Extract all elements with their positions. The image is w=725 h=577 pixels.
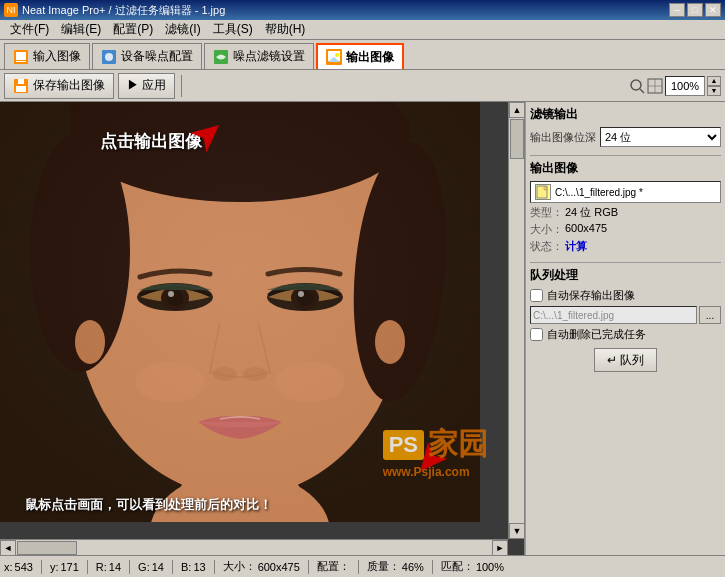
horizontal-scrollbar[interactable]: ◄ ► xyxy=(0,539,508,555)
photo-area[interactable]: 点击输出图像 ➤ 鼠标点击画面，可以看到处理前后的对比！ ➤ PS 家园 www… xyxy=(0,102,508,539)
title-bar: NI Neat Image Pro+ / 过滤任务编辑器 - 1.jpg ─ □… xyxy=(0,0,725,20)
status-r: R: 14 xyxy=(96,561,121,573)
status-config: 配置： xyxy=(317,559,350,574)
status-sep-3 xyxy=(129,560,130,574)
zoom-icon xyxy=(629,78,645,94)
type-value: 24 位 RGB xyxy=(565,205,618,220)
tab-output-image[interactable]: 输出图像 xyxy=(316,43,404,69)
right-panel: 滤镜输出 输出图像位深 24 位 16 位 8 位 输出图像 xyxy=(525,102,725,555)
svg-line-13 xyxy=(640,89,644,93)
scroll-left-button[interactable]: ◄ xyxy=(0,540,16,556)
scroll-thumb-v[interactable] xyxy=(510,119,524,159)
main-area: 点击输出图像 ➤ 鼠标点击画面，可以看到处理前后的对比！ ➤ PS 家园 www… xyxy=(0,102,725,555)
type-row: 类型： 24 位 RGB xyxy=(530,205,721,220)
filter-output-title: 滤镜输出 xyxy=(530,106,721,123)
file-path: C:\...\1_filtered.jpg * xyxy=(555,187,643,198)
size-label: 大小： xyxy=(530,222,565,237)
type-label: 类型： xyxy=(530,205,565,220)
zoom-spinner: ▲ ▼ xyxy=(707,76,721,96)
auto-save-checkbox[interactable] xyxy=(530,289,543,302)
auto-delete-row: 自动删除已完成任务 xyxy=(530,327,721,342)
tab-input-label: 输入图像 xyxy=(33,48,81,65)
menu-filter[interactable]: 滤镜(I) xyxy=(159,20,206,39)
maximize-button[interactable]: □ xyxy=(687,3,703,17)
status-sep-7 xyxy=(358,560,359,574)
scroll-thumb-h[interactable] xyxy=(17,541,77,555)
status-sep-1 xyxy=(41,560,42,574)
status-quality: 质量： 46% xyxy=(367,559,424,574)
auto-delete-label: 自动删除已完成任务 xyxy=(547,327,646,342)
zoom-area: ▲ ▼ xyxy=(629,76,721,96)
vertical-scrollbar[interactable]: ▲ ▼ xyxy=(508,102,524,539)
save-output-button[interactable]: 保存输出图像 xyxy=(4,73,114,99)
status-sep-6 xyxy=(308,560,309,574)
file-icon xyxy=(535,184,551,200)
svg-point-8 xyxy=(335,53,339,57)
section-divider-2 xyxy=(530,262,721,263)
svg-rect-11 xyxy=(18,79,24,84)
tab-input-image[interactable]: 输入图像 xyxy=(4,43,90,69)
output-depth-label: 输出图像位深 xyxy=(530,130,596,145)
zoom-input[interactable] xyxy=(665,76,705,96)
state-row: 状态： 计算 xyxy=(530,239,721,254)
svg-rect-40 xyxy=(0,102,480,522)
tab-device-label: 设备噪点配置 xyxy=(121,48,193,65)
auto-delete-checkbox[interactable] xyxy=(530,328,543,341)
output-file-box[interactable]: C:\...\1_filtered.jpg * xyxy=(530,181,721,203)
section-divider-1 xyxy=(530,155,721,156)
status-size: 大小： 600x475 xyxy=(223,559,300,574)
browse-button[interactable]: ... xyxy=(699,306,721,324)
menu-file[interactable]: 文件(F) xyxy=(4,20,55,39)
state-value: 计算 xyxy=(565,239,587,254)
svg-rect-1 xyxy=(16,52,26,60)
queue-title: 队列处理 xyxy=(530,267,721,284)
status-bar: x: 543 y: 171 R: 14 G: 14 B: 13 大小： 600x… xyxy=(0,555,725,577)
output-depth-select[interactable]: 24 位 16 位 8 位 xyxy=(600,127,721,147)
output-image-section: 输出图像 C:\...\1_filtered.jpg * 类型： 24 位 RG… xyxy=(530,160,721,254)
input-image-icon xyxy=(13,49,29,65)
output-depth-row: 输出图像位深 24 位 16 位 8 位 xyxy=(530,127,721,147)
close-button[interactable]: ✕ xyxy=(705,3,721,17)
noise-filter-icon xyxy=(213,49,229,65)
state-label: 状态： xyxy=(530,239,565,254)
status-match: 匹配： 100% xyxy=(441,559,504,574)
status-sep-2 xyxy=(87,560,88,574)
app-icon: NI xyxy=(4,3,18,17)
svg-point-12 xyxy=(631,80,641,90)
status-sep-5 xyxy=(214,560,215,574)
svg-point-4 xyxy=(105,53,113,61)
tab-device-config[interactable]: 设备噪点配置 xyxy=(92,43,202,69)
action-toolbar: 保存输出图像 ▶ 应用 ▲ ▼ xyxy=(0,70,725,102)
menu-bar: 文件(F) 编辑(E) 配置(P) 滤镜(I) 工具(S) 帮助(H) xyxy=(0,20,725,40)
tab-noise-filter[interactable]: 噪点滤镜设置 xyxy=(204,43,314,69)
save-icon xyxy=(13,78,29,94)
menu-edit[interactable]: 编辑(E) xyxy=(55,20,107,39)
photo-svg xyxy=(0,102,480,522)
canvas-container[interactable]: 点击输出图像 ➤ 鼠标点击画面，可以看到处理前后的对比！ ➤ PS 家园 www… xyxy=(0,102,525,555)
zoom-up-button[interactable]: ▲ xyxy=(707,76,721,86)
queue-path-input[interactable] xyxy=(530,306,697,324)
tab-filter-label: 噪点滤镜设置 xyxy=(233,48,305,65)
window-controls: ─ □ ✕ xyxy=(669,3,721,17)
auto-save-label: 自动保存输出图像 xyxy=(547,288,635,303)
status-sep-4 xyxy=(172,560,173,574)
menu-help[interactable]: 帮助(H) xyxy=(259,20,312,39)
queue-button[interactable]: ↵ 队列 xyxy=(594,348,657,372)
zoom-down-button[interactable]: ▼ xyxy=(707,86,721,96)
device-config-icon xyxy=(101,49,117,65)
output-image-title: 输出图像 xyxy=(530,160,721,177)
scroll-up-button[interactable]: ▲ xyxy=(509,102,525,118)
status-sep-8 xyxy=(432,560,433,574)
scroll-down-button[interactable]: ▼ xyxy=(509,523,525,539)
view-icon xyxy=(647,78,663,94)
queue-path-row: ... xyxy=(530,306,721,324)
apply-button[interactable]: ▶ 应用 xyxy=(118,73,175,99)
scroll-right-button[interactable]: ► xyxy=(492,540,508,556)
status-y: y: 171 xyxy=(50,561,79,573)
toolbar-separator xyxy=(181,75,182,97)
output-image-icon xyxy=(326,49,342,65)
menu-config[interactable]: 配置(P) xyxy=(107,20,159,39)
menu-tools[interactable]: 工具(S) xyxy=(207,20,259,39)
window-title: Neat Image Pro+ / 过滤任务编辑器 - 1.jpg xyxy=(22,3,225,18)
minimize-button[interactable]: ─ xyxy=(669,3,685,17)
